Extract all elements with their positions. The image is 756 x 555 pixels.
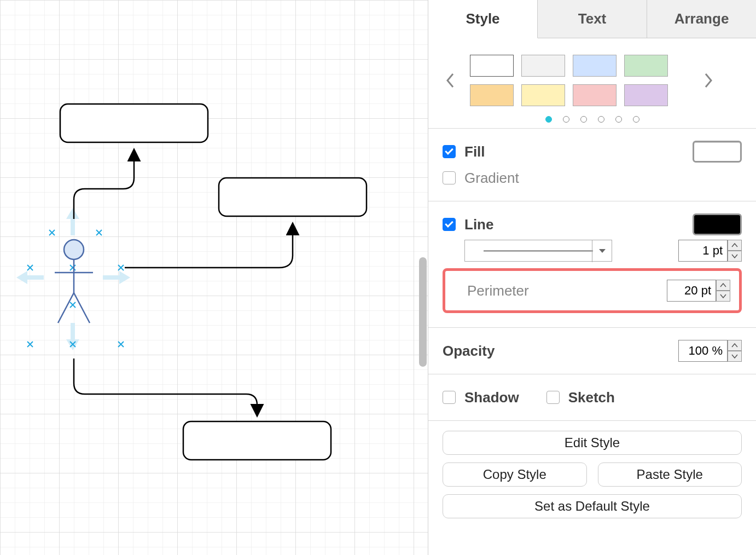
line-width-up[interactable] <box>728 240 742 251</box>
tab-text[interactable]: Text <box>538 0 647 38</box>
color-swatch[interactable] <box>470 84 514 106</box>
set-default-style-button[interactable]: Set as Default Style <box>443 494 742 518</box>
tab-style[interactable]: Style <box>428 0 538 38</box>
diagram-canvas[interactable] <box>0 0 428 555</box>
opacity-down[interactable] <box>728 351 742 362</box>
color-swatch[interactable] <box>624 84 668 106</box>
line-checkbox[interactable] <box>443 218 456 231</box>
palette-dots[interactable] <box>443 116 742 123</box>
canvas-scrollbar[interactable] <box>419 257 427 367</box>
color-swatch[interactable] <box>573 84 617 106</box>
box-1[interactable] <box>60 104 208 142</box>
color-swatch[interactable] <box>521 84 565 106</box>
sketch-checkbox[interactable] <box>546 391 560 404</box>
palette-prev[interactable] <box>443 73 459 88</box>
color-palette-section <box>428 38 756 129</box>
line-width-down[interactable] <box>728 251 742 262</box>
palette-dot[interactable] <box>545 116 552 123</box>
effects-section: Shadow Sketch <box>428 374 756 421</box>
svg-point-2 <box>64 240 84 259</box>
fill-color-button[interactable] <box>693 141 742 163</box>
sketch-label: Sketch <box>568 389 615 406</box>
opacity-up[interactable] <box>728 340 742 351</box>
grid-svg <box>0 0 428 555</box>
line-color-button[interactable] <box>693 213 742 235</box>
line-label: Line <box>464 216 493 233</box>
perimeter-input[interactable]: 20 pt <box>667 280 716 302</box>
style-buttons-section: Edit Style Copy Style Paste Style Set as… <box>428 421 756 528</box>
perimeter-highlight: Perimeter 20 pt <box>443 268 742 313</box>
tab-arrange[interactable]: Arrange <box>647 0 756 38</box>
perimeter-down[interactable] <box>716 291 730 302</box>
fill-checkbox[interactable] <box>443 145 456 158</box>
opacity-label: Opacity <box>443 343 495 360</box>
color-swatches <box>470 55 689 106</box>
palette-dot[interactable] <box>598 116 604 123</box>
format-panel: Style Text Arrange Fill <box>428 0 756 555</box>
palette-dot[interactable] <box>615 116 622 123</box>
palette-dot[interactable] <box>563 116 569 123</box>
line-section: Line 1 pt <box>428 201 756 328</box>
opacity-input[interactable]: 100 % <box>678 340 728 362</box>
box-3[interactable] <box>183 421 331 460</box>
gradient-checkbox[interactable] <box>443 171 456 184</box>
edit-style-button[interactable]: Edit Style <box>443 431 742 455</box>
palette-dot[interactable] <box>580 116 587 123</box>
svg-rect-1 <box>0 0 428 555</box>
format-tabs: Style Text Arrange <box>428 0 756 38</box>
color-swatch[interactable] <box>624 55 668 77</box>
perimeter-label: Perimeter <box>467 282 529 299</box>
box-2[interactable] <box>219 178 367 216</box>
color-swatch[interactable] <box>573 55 617 77</box>
copy-style-button[interactable]: Copy Style <box>443 462 587 487</box>
chevron-down-icon <box>592 240 612 262</box>
color-swatch[interactable] <box>470 55 514 77</box>
shadow-label: Shadow <box>464 389 519 406</box>
line-style-dropdown[interactable] <box>464 240 612 262</box>
shadow-checkbox[interactable] <box>443 391 456 404</box>
opacity-section: Opacity 100 % <box>428 328 756 374</box>
palette-next[interactable] <box>700 73 716 88</box>
perimeter-up[interactable] <box>716 280 730 291</box>
fill-label: Fill <box>464 143 485 160</box>
line-width-input[interactable]: 1 pt <box>678 240 728 262</box>
gradient-label: Gradient <box>464 170 519 187</box>
color-swatch[interactable] <box>521 55 565 77</box>
palette-dot[interactable] <box>633 116 639 123</box>
paste-style-button[interactable]: Paste Style <box>598 462 742 487</box>
fill-section: Fill Gradient <box>428 129 756 201</box>
